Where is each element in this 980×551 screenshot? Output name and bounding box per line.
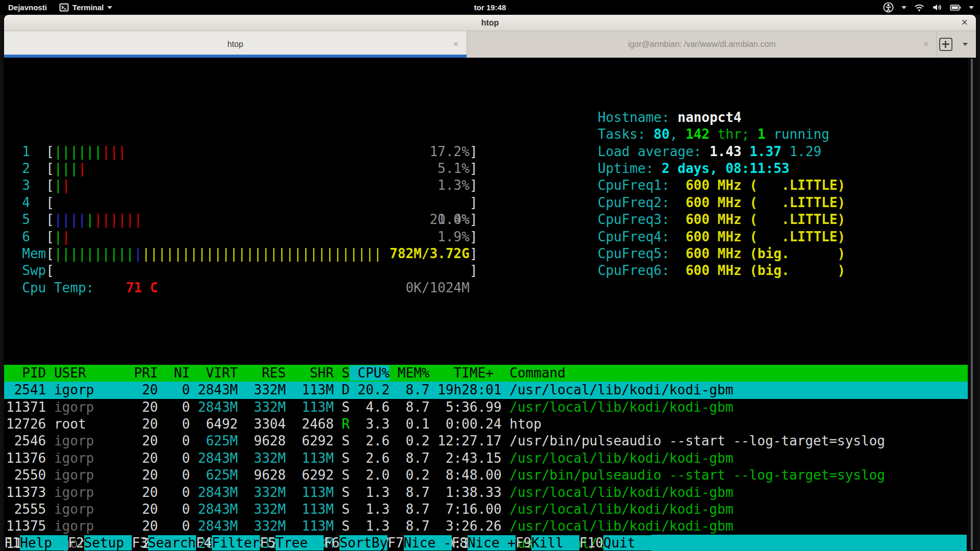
process-row-2546[interactable]: 2546 igorp 20 0 625M 9628 6292 S 2.6 0.2… [4, 433, 968, 449]
chevron-down-icon[interactable] [969, 6, 974, 9]
info-segment: 600 MHz ( .LITTLE) [678, 195, 846, 210]
cell-virt: 2843M [190, 485, 238, 500]
terminal-window: htop × htop × igor@armbian: /var/www/dl.… [4, 15, 976, 551]
cell-ni: 0 [158, 382, 190, 397]
cell-user: igorp [46, 399, 126, 415]
info-line-6: CpuFreq3: 600 MHz ( .LITTLE) [598, 211, 845, 228]
cell-pri: 20 [126, 399, 158, 415]
wifi-icon[interactable] [914, 4, 924, 12]
cell-s: S [334, 485, 350, 500]
cell-cpu: 1.3 [350, 502, 389, 517]
battery-icon[interactable] [950, 4, 961, 11]
terminal-content: 1 [|||||||||17.2%] 2 [||||5.1%] 3 [||1.3… [4, 58, 976, 551]
cell-pri: 20 [126, 416, 158, 432]
clock[interactable]: tor 19:48 [474, 3, 506, 12]
fkey-f4[interactable]: F4Filter [196, 535, 260, 551]
tab-htop[interactable]: htop × [4, 31, 467, 58]
fkey-f9[interactable]: F9Kill [516, 535, 579, 551]
volume-icon[interactable] [932, 3, 942, 12]
column-header-cmd[interactable]: Command [502, 365, 566, 381]
accessibility-icon[interactable] [883, 2, 894, 13]
meter-value: 0K/1024M [406, 280, 470, 296]
process-table: PID USER PRI NI VIRT RES SHR S CPU% MEM%… [6, 365, 976, 551]
column-header-time[interactable]: TIME+ [430, 365, 502, 381]
cell-pid: 11375 [6, 518, 46, 534]
process-row-11373[interactable]: 11373 igorp 20 0 2843M 332M 113M S 1.3 8… [4, 484, 968, 501]
activities-button[interactable]: Dejavnosti [8, 3, 47, 12]
cell-virt: 2843M [190, 518, 238, 534]
cell-time: 8:48.00 [430, 467, 502, 483]
tab-ssh-armbian[interactable]: igor@armbian: /var/www/dl.armbian.com × [467, 31, 937, 58]
fkey-f8[interactable]: F8Nice + [452, 535, 516, 551]
process-row-11371[interactable]: 11371 igorp 20 0 2843M 332M 113M S 4.6 8… [4, 399, 968, 416]
cell-cmd: /usr/bin/pulseaudio --start --log-target… [502, 433, 885, 448]
titlebar[interactable]: htop × [4, 15, 976, 31]
tab-close-icon[interactable]: × [453, 39, 458, 49]
tab-list-dropdown-icon[interactable] [963, 43, 968, 46]
bar-segment-blue: |||| [54, 212, 86, 227]
cell-time: 5:36.99 [430, 399, 502, 415]
column-header-ni[interactable]: NI [158, 365, 190, 381]
fkey-f1[interactable]: F1Help [4, 535, 68, 551]
scrollbar-thumb[interactable] [971, 59, 973, 550]
info-segment: CpuFreq1: [598, 178, 678, 193]
app-menu-terminal[interactable]: Terminal [59, 3, 112, 12]
cell-virt: 625M [190, 433, 238, 448]
cell-res: 9628 [238, 467, 286, 483]
cell-res: 3304 [238, 416, 286, 432]
column-header-virt[interactable]: VIRT [190, 365, 238, 381]
cell-virt: 625M [190, 467, 238, 483]
column-header-res[interactable]: RES [238, 365, 286, 381]
window-close-button[interactable]: × [961, 15, 968, 30]
info-line-1: Tasks: 80, 142 thr; 1 running [598, 126, 845, 143]
fkey-f7[interactable]: F7Nice - [387, 535, 451, 551]
info-segment: ; [742, 127, 757, 142]
fkey-number: F7 [387, 535, 403, 550]
cell-cmd: /usr/local/lib/kodi/kodi-gbm [502, 382, 733, 397]
cell-s: S [334, 518, 350, 534]
cell-pri: 20 [126, 467, 158, 483]
column-header-shr[interactable]: SHR [286, 365, 334, 381]
process-row-2550[interactable]: 2550 igorp 20 0 625M 9628 6292 S 2.0 0.2… [4, 467, 968, 484]
cell-res: 332M [238, 450, 286, 466]
scrollbar[interactable] [968, 58, 976, 551]
process-row-2541[interactable]: 2541 igorp 20 0 2843M 332M 113M D 20.2 8… [4, 382, 968, 398]
fkey-f6[interactable]: F6SortBy [324, 535, 387, 551]
process-row-11376[interactable]: 11376 igorp 20 0 2843M 332M 113M S 2.6 8… [4, 450, 968, 467]
column-header-cpu[interactable]: CPU% [350, 365, 389, 381]
cell-s: D [334, 382, 350, 397]
fkey-f10[interactable]: F10Quit [579, 535, 651, 551]
cell-cpu: 2.6 [350, 450, 389, 466]
cell-pri: 20 [126, 518, 158, 534]
column-header-mem[interactable]: MEM% [389, 365, 429, 381]
tab-close-icon[interactable]: × [923, 39, 928, 49]
cpu-temp-label: Cpu Temp: [6, 280, 94, 295]
fkey-f2[interactable]: F2Setup [68, 535, 132, 551]
process-row-12726[interactable]: 12726 root 20 0 6492 3304 2468 R 3.3 0.1… [4, 416, 968, 433]
fkey-f5[interactable]: F5Tree [260, 535, 324, 551]
cell-pid: 2541 [6, 382, 46, 397]
column-header-user[interactable]: USER [46, 365, 126, 381]
fkey-number: F2 [68, 535, 84, 550]
info-segment: 600 MHz (big. ) [678, 263, 846, 278]
process-row-2555[interactable]: 2555 igorp 20 0 2843M 332M 113M S 1.3 8.… [4, 501, 968, 518]
bar-segment-green: ||| [54, 161, 78, 176]
cell-time: 19h28:01 [430, 382, 502, 397]
meter-label: 3 [6, 178, 46, 193]
bar-segment-red: | [62, 229, 70, 244]
fkey-f3[interactable]: F3Search [132, 535, 195, 551]
new-tab-button[interactable] [939, 38, 952, 51]
info-segment: thr [709, 127, 742, 142]
info-line-4: CpuFreq1: 600 MHz ( .LITTLE) [598, 177, 845, 194]
fkey-label: Setup [84, 535, 132, 550]
fkey-number: F6 [324, 535, 339, 550]
cell-ni: 0 [158, 467, 190, 483]
cell-pid: 2550 [6, 467, 46, 483]
process-row-11375[interactable]: 11375 igorp 20 0 2843M 332M 113M S 1.3 8… [4, 518, 968, 535]
column-header-pri[interactable]: PRI [126, 365, 158, 381]
chevron-down-icon[interactable] [901, 6, 906, 9]
column-header-pid[interactable]: PID [6, 365, 46, 381]
info-line-9: CpuFreq6: 600 MHz (big. ) [598, 262, 845, 279]
cell-cpu: 2.6 [350, 433, 389, 448]
column-header-s[interactable]: S [334, 365, 350, 381]
